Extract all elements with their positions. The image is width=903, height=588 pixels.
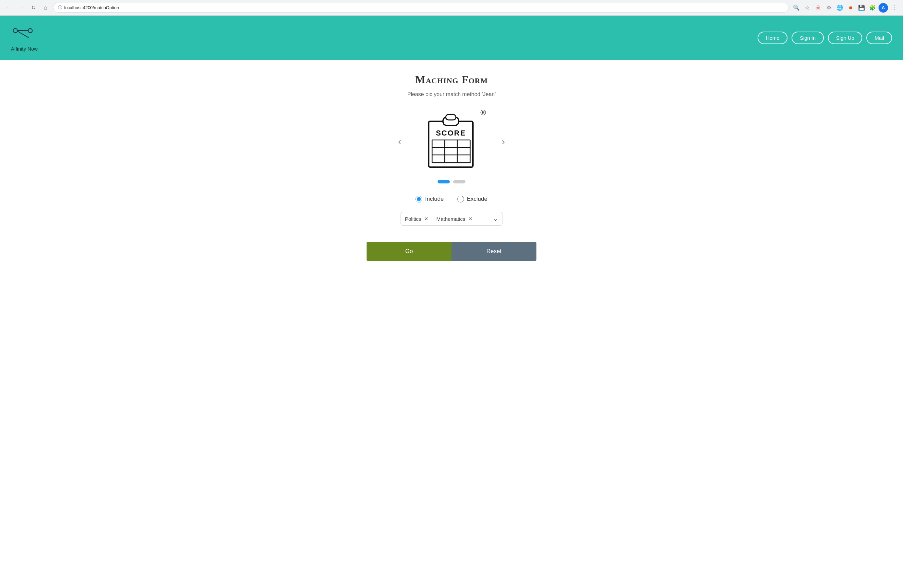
mail-nav-button[interactable]: Mail xyxy=(866,31,892,44)
svg-point-1 xyxy=(28,28,32,32)
dropdown-arrow-icon[interactable]: ⌄ xyxy=(493,215,498,223)
browser-chrome: ← → ↻ ⌂ ⓘ localhost:4200/matchOption 🔍 ☆… xyxy=(0,0,903,16)
tags-selector[interactable]: Politics ✕ Mathematics ✕ ⌄ xyxy=(401,212,502,226)
svg-line-4 xyxy=(17,31,28,37)
app-header: Affinity Now Home Sign In Sign Up Mail xyxy=(0,16,903,60)
url-text: localhost:4200/matchOption xyxy=(64,5,119,10)
home-nav-button[interactable]: Home xyxy=(758,31,788,44)
profile-button[interactable]: A xyxy=(879,3,888,13)
forward-button[interactable]: → xyxy=(16,3,26,13)
carousel-dots xyxy=(437,180,466,184)
shield-icon-btn[interactable]: ☠ xyxy=(813,3,823,13)
exclude-radio-input[interactable] xyxy=(457,196,464,203)
tag-mathematics-label: Mathematics xyxy=(437,216,466,222)
lock-icon: ⓘ xyxy=(58,5,62,11)
reload-button[interactable]: ↻ xyxy=(28,3,38,13)
exclude-label: Exclude xyxy=(467,196,487,203)
rss-icon-btn[interactable]: ■ xyxy=(846,3,856,13)
bookmark-icon-btn[interactable]: ☆ xyxy=(802,3,812,13)
tags-divider xyxy=(433,215,433,222)
main-content: Maching Form Please pic your match metho… xyxy=(316,60,587,281)
svg-point-2 xyxy=(28,37,32,41)
carousel-dot-1[interactable] xyxy=(437,180,450,184)
back-button[interactable]: ← xyxy=(4,3,14,13)
tag-politics-label: Politics xyxy=(405,216,421,222)
action-buttons: Go Reset xyxy=(367,242,536,261)
tag-mathematics: Mathematics ✕ xyxy=(437,216,474,222)
svg-rect-5 xyxy=(429,121,473,167)
svg-text:SCORE: SCORE xyxy=(436,129,466,137)
carousel-area: ‹ SCORE xyxy=(395,111,508,172)
go-button[interactable]: Go xyxy=(367,242,452,261)
page-subtitle: Please pic your match method 'Jean' xyxy=(407,91,496,97)
tag-mathematics-remove[interactable]: ✕ xyxy=(467,216,474,222)
carousel-dot-2[interactable] xyxy=(453,180,466,184)
nav-buttons: Home Sign In Sign Up Mail xyxy=(758,31,892,44)
logo-area: Affinity Now xyxy=(11,24,38,52)
svg-point-0 xyxy=(13,28,17,32)
carousel-next-button[interactable]: › xyxy=(499,134,508,150)
signin-nav-button[interactable]: Sign In xyxy=(791,31,824,44)
settings-icon-btn[interactable]: ⚙ xyxy=(824,3,834,13)
menu-button[interactable]: ⋮ xyxy=(889,3,899,13)
score-clipboard-svg: SCORE xyxy=(425,111,478,171)
include-radio-input[interactable] xyxy=(415,196,422,203)
exclude-radio-label[interactable]: Exclude xyxy=(457,196,487,203)
logo-text: Affinity Now xyxy=(11,46,38,52)
search-icon-btn[interactable]: 🔍 xyxy=(791,3,801,13)
include-radio-label[interactable]: Include xyxy=(415,196,444,203)
browser-actions: 🔍 ☆ ☠ ⚙ 🌐 ■ 💾 🧩 A ⋮ xyxy=(791,3,899,13)
page-title: Maching Form xyxy=(415,73,488,86)
carousel-prev-button[interactable]: ‹ xyxy=(395,134,404,150)
svg-rect-7 xyxy=(446,115,456,120)
tag-politics-remove[interactable]: ✕ xyxy=(423,216,429,222)
registered-icon: ® xyxy=(480,108,486,117)
include-label: Include xyxy=(425,196,444,203)
carousel-image: SCORE ® xyxy=(417,111,486,172)
score-icon: SCORE ® xyxy=(425,111,478,172)
signup-nav-button[interactable]: Sign Up xyxy=(828,31,862,44)
download-icon-btn[interactable]: 💾 xyxy=(857,3,866,13)
logo-icon xyxy=(11,24,35,44)
radio-group: Include Exclude xyxy=(415,196,487,203)
address-bar[interactable]: ⓘ localhost:4200/matchOption xyxy=(53,3,789,13)
puzzle-icon-btn[interactable]: 🧩 xyxy=(868,3,877,13)
home-button[interactable]: ⌂ xyxy=(41,3,50,13)
tag-politics: Politics ✕ xyxy=(405,216,429,222)
reset-button[interactable]: Reset xyxy=(452,242,536,261)
globe-icon-btn[interactable]: 🌐 xyxy=(835,3,845,13)
